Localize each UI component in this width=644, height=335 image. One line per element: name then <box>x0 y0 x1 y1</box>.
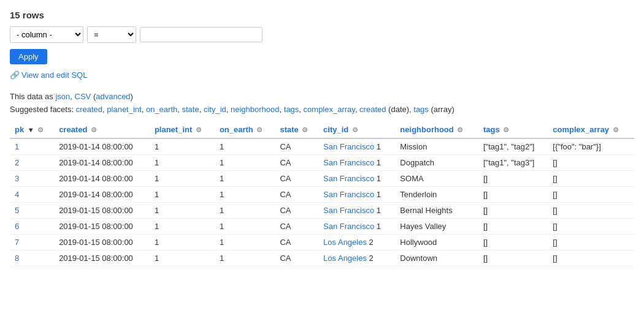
city-id-link[interactable]: San Francisco <box>323 158 374 167</box>
col-on-earth-link[interactable]: on_earth <box>220 125 253 134</box>
cell-pk: 3 <box>10 171 54 187</box>
cell-pk: 1 <box>10 138 54 155</box>
cell-complex-array: [] <box>548 235 634 250</box>
cell-pk: 7 <box>10 235 54 250</box>
table-row: 42019-01-14 08:00:0011CASan Francisco 1T… <box>10 187 634 203</box>
cell-planet-int: 1 <box>150 235 215 250</box>
pk-link[interactable]: 7 <box>15 238 19 247</box>
cell-complex-array: [] <box>548 203 634 219</box>
facet-on-earth[interactable]: on_earth <box>146 105 177 114</box>
facet-created[interactable]: created <box>76 105 102 114</box>
apply-button[interactable]: Apply <box>10 49 47 64</box>
cell-created: 2019-01-15 08:00:00 <box>54 219 150 235</box>
table-row: 82019-01-15 08:00:0011CALos Angeles 2Dow… <box>10 250 634 266</box>
cell-tags: [] <box>478 203 548 219</box>
cell-pk: 2 <box>10 155 54 171</box>
on-earth-gear-icon[interactable]: ⚙ <box>256 126 263 134</box>
created-gear-icon[interactable]: ⚙ <box>91 126 97 134</box>
view-sql-link[interactable]: 🔗 View and edit SQL <box>10 70 87 80</box>
pk-link[interactable]: 8 <box>15 254 19 263</box>
facet-city-id[interactable]: city_id <box>204 105 226 114</box>
facet-neighborhood[interactable]: neighborhood <box>231 105 280 114</box>
cell-planet-int: 1 <box>150 155 215 171</box>
col-created: created ⚙ <box>54 121 150 138</box>
cell-created: 2019-01-15 08:00:00 <box>54 250 150 266</box>
city-id-link[interactable]: San Francisco <box>323 142 374 151</box>
cell-on-earth: 1 <box>215 235 275 250</box>
cell-pk: 5 <box>10 203 54 219</box>
cell-city-id: San Francisco 1 <box>318 219 395 235</box>
cell-neighborhood: Hollywood <box>395 235 478 250</box>
facet-tags[interactable]: tags <box>284 105 299 114</box>
col-planet-int-link[interactable]: planet_int <box>155 125 192 134</box>
city-id-link[interactable]: San Francisco <box>323 190 374 199</box>
cell-on-earth: 1 <box>215 203 275 219</box>
cell-created: 2019-01-14 08:00:00 <box>54 187 150 203</box>
export-row: This data as json, CSV (advanced) <box>10 92 634 101</box>
pk-link[interactable]: 6 <box>15 222 19 231</box>
facet-state[interactable]: state <box>182 105 199 114</box>
neighborhood-gear-icon[interactable]: ⚙ <box>457 126 463 134</box>
col-complex-array-link[interactable]: complex_array <box>553 125 609 134</box>
city-id-link[interactable]: San Francisco <box>323 174 374 183</box>
cell-neighborhood: Hayes Valley <box>395 219 478 235</box>
facet-planet-int[interactable]: planet_int <box>107 105 141 114</box>
col-neighborhood-link[interactable]: neighborhood <box>400 125 453 134</box>
cell-planet-int: 1 <box>150 203 215 219</box>
cell-tags: [] <box>478 235 548 250</box>
city-id-link[interactable]: San Francisco <box>323 206 374 215</box>
cell-neighborhood: Bernal Heights <box>395 203 478 219</box>
col-city-id-link[interactable]: city_id <box>323 125 348 134</box>
cell-on-earth: 1 <box>215 155 275 171</box>
cell-city-id: Los Angeles 2 <box>318 235 395 250</box>
col-on-earth: on_earth ⚙ <box>215 121 275 138</box>
operator-select[interactable]: = != > < >= <= contains endswith startsw… <box>87 26 136 43</box>
col-created-link[interactable]: created <box>59 125 87 134</box>
cell-created: 2019-01-14 08:00:00 <box>54 138 150 155</box>
csv-export-link[interactable]: CSV <box>75 92 91 101</box>
cell-state: CA <box>275 171 318 187</box>
cell-tags: [] <box>478 187 548 203</box>
cell-planet-int: 1 <box>150 171 215 187</box>
pk-link[interactable]: 3 <box>15 174 19 183</box>
city-id-link[interactable]: Los Angeles <box>323 238 367 247</box>
complex-array-gear-icon[interactable]: ⚙ <box>613 126 619 134</box>
pk-link[interactable]: 4 <box>15 190 19 199</box>
tags-gear-icon[interactable]: ⚙ <box>503 126 509 134</box>
cell-complex-array: [] <box>548 155 634 171</box>
cell-city-id: Los Angeles 2 <box>318 250 395 266</box>
cell-city-id: San Francisco 1 <box>318 155 395 171</box>
facet-complex-array[interactable]: complex_array <box>304 105 355 114</box>
cell-tags: ["tag1", "tag2"] <box>478 138 548 155</box>
table-row: 22019-01-14 08:00:0011CASan Francisco 1D… <box>10 155 634 171</box>
city-id-link[interactable]: San Francisco <box>323 222 374 231</box>
state-gear-icon[interactable]: ⚙ <box>302 126 308 134</box>
filter-row: - column - pk created planet_int on_eart… <box>10 26 634 43</box>
cell-on-earth: 1 <box>215 250 275 266</box>
sort-down-icon: ▼ <box>28 126 34 134</box>
facet-tags-array[interactable]: tags <box>413 105 429 114</box>
table-row: 62019-01-15 08:00:0011CASan Francisco 1H… <box>10 219 634 235</box>
city-id-gear-icon[interactable]: ⚙ <box>352 126 358 134</box>
cell-neighborhood: Tenderloin <box>395 187 478 203</box>
col-complex-array: complex_array ⚙ <box>548 121 634 138</box>
cell-tags: [] <box>478 219 548 235</box>
advanced-export-link[interactable]: advanced <box>96 92 130 101</box>
cell-tags: [] <box>478 250 548 266</box>
pk-link[interactable]: 2 <box>15 158 19 167</box>
json-export-link[interactable]: json <box>55 92 70 101</box>
column-select[interactable]: - column - pk created planet_int on_eart… <box>10 26 83 43</box>
planet-int-gear-icon[interactable]: ⚙ <box>196 126 202 134</box>
cell-created: 2019-01-15 08:00:00 <box>54 235 150 250</box>
cell-pk: 4 <box>10 187 54 203</box>
col-tags-link[interactable]: tags <box>483 125 500 134</box>
pk-gear-icon[interactable]: ⚙ <box>37 126 44 134</box>
facet-created-date[interactable]: created <box>359 105 386 114</box>
city-id-link[interactable]: Los Angeles <box>323 254 367 263</box>
filter-value-input[interactable] <box>140 27 263 42</box>
pk-link[interactable]: 1 <box>15 142 19 151</box>
col-state-link[interactable]: state <box>280 125 298 134</box>
cell-complex-array: [] <box>548 171 634 187</box>
col-pk-sort[interactable]: pk <box>15 125 24 134</box>
pk-link[interactable]: 5 <box>15 206 19 215</box>
